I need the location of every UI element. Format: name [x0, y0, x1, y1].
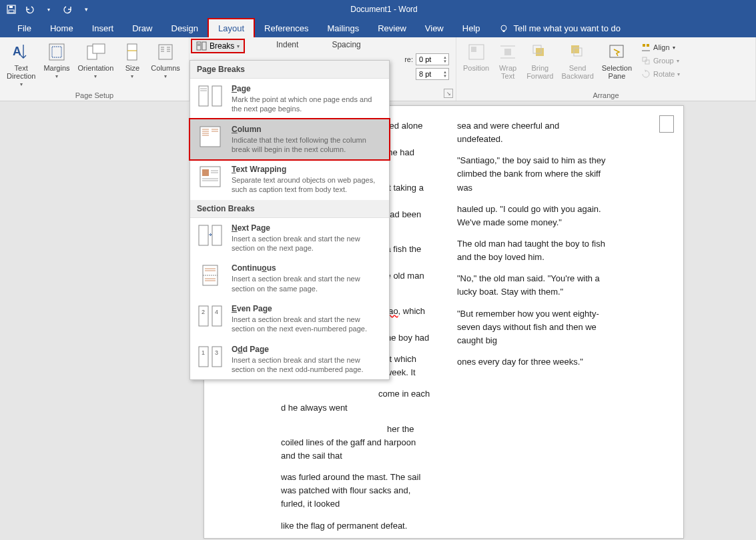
svg-rect-2: [9, 6, 13, 8]
spacing-before-label: re:: [404, 55, 413, 63]
document-title: Document1 - Word: [92, 5, 676, 14]
even-page-break-icon: 24: [197, 304, 224, 328]
rotate-icon: [641, 69, 651, 79]
text-wrapping-break-title: Text Wrapping: [232, 165, 382, 174]
svg-point-3: [501, 25, 506, 31]
column-break-icon: [197, 125, 224, 149]
break-column-item[interactable]: Column Indicate that the text following …: [189, 118, 390, 161]
spinner-arrows-icon[interactable]: ▲▼: [443, 70, 447, 78]
tab-layout[interactable]: Layout: [208, 18, 255, 37]
tab-help[interactable]: Help: [453, 19, 490, 37]
spacing-label: Spacing: [332, 40, 360, 49]
text-direction-button[interactable]: A Text Direction ▾: [5, 40, 37, 89]
spacing-before-input[interactable]: 0 pt▲▼: [416, 53, 449, 65]
page-corner-mark: [659, 115, 674, 133]
ribbon-tabs: File Home Insert Draw Design Layout Refe…: [0, 19, 756, 37]
chevron-down-icon: ▾: [131, 73, 133, 79]
even-page-break-title: Even Page: [232, 304, 382, 313]
group-arrange: Position Wrap Text Bring Forward Send Ba…: [456, 37, 756, 101]
tab-insert[interactable]: Insert: [83, 19, 123, 37]
continuous-break-icon: [197, 263, 224, 287]
breaks-dropdown: Page Breaks Page Mark the point at which…: [190, 60, 390, 380]
break-text-wrapping-item[interactable]: Text Wrapping Separate text around objec…: [190, 159, 389, 200]
group-page-setup: A Text Direction ▾ Margins ▾ Orientation…: [0, 37, 190, 101]
align-button[interactable]: Align ▾: [639, 41, 683, 53]
svg-rect-23: [471, 47, 476, 52]
qat-customize-icon[interactable]: ▾: [80, 3, 92, 15]
undo-icon[interactable]: [24, 3, 36, 15]
tell-me-search[interactable]: Tell me what you want to do: [490, 19, 630, 37]
svg-rect-10: [127, 44, 137, 60]
page-break-icon: [197, 84, 224, 108]
svg-text:1: 1: [202, 349, 205, 356]
break-page-item[interactable]: Page Mark the point at which one page en…: [190, 79, 389, 119]
next-page-break-title: Next Page: [232, 223, 382, 233]
svg-rect-55: [212, 225, 222, 245]
undo-dropdown-icon[interactable]: ▾: [43, 3, 55, 15]
tab-home[interactable]: Home: [41, 19, 83, 37]
tab-file[interactable]: File: [8, 19, 41, 37]
continuous-break-title: Continuous: [232, 263, 382, 273]
spacing-after-input[interactable]: 8 pt▲▼: [416, 68, 449, 80]
svg-rect-49: [202, 169, 209, 176]
svg-rect-33: [647, 44, 649, 47]
svg-rect-31: [610, 45, 623, 57]
svg-rect-54: [199, 225, 208, 245]
svg-rect-24: [504, 49, 511, 55]
chevron-down-icon: ▾: [94, 73, 97, 79]
group-button: Group ▾: [639, 55, 683, 67]
chevron-down-icon: ▾: [164, 73, 167, 79]
tab-review[interactable]: Review: [368, 19, 416, 37]
title-bar: ▾ ▾ Document1 - Word: [0, 0, 756, 19]
spinner-arrows-icon[interactable]: ▲▼: [443, 55, 447, 63]
break-even-page-item[interactable]: 24 Even Page Insert a section break and …: [190, 299, 389, 339]
bring-forward-button: Bring Forward: [525, 40, 554, 81]
tab-draw[interactable]: Draw: [123, 19, 161, 37]
selection-pane-button[interactable]: Selection Pane: [601, 40, 633, 81]
group-label-arrange: Arrange: [462, 90, 750, 99]
svg-rect-32: [643, 44, 645, 47]
svg-rect-1: [9, 10, 14, 13]
orientation-button[interactable]: Orientation ▾: [77, 40, 115, 81]
size-button[interactable]: Size ▾: [120, 40, 144, 81]
redo-icon[interactable]: [61, 3, 73, 15]
lightbulb-icon: [499, 24, 508, 33]
tab-design[interactable]: Design: [162, 19, 208, 37]
send-backward-button: Send Backward: [560, 40, 595, 81]
group-icon: [641, 56, 651, 65]
text-wrapping-break-icon: [197, 165, 224, 189]
columns-button[interactable]: Columns ▾: [149, 40, 181, 81]
column-right: sea and were cheerful and undefeated. "S…: [457, 119, 607, 540]
chevron-down-icon: ▾: [55, 73, 58, 79]
odd-page-break-title: Odd Page: [232, 345, 382, 354]
svg-rect-36: [645, 60, 649, 64]
position-button: Position: [462, 40, 490, 73]
svg-text:A: A: [13, 45, 21, 58]
odd-page-break-icon: 13: [197, 345, 224, 369]
save-icon[interactable]: [5, 3, 17, 15]
svg-rect-29: [571, 45, 579, 53]
section-breaks-header: Section Breaks: [190, 200, 389, 218]
tab-mailings[interactable]: Mailings: [318, 19, 369, 37]
svg-rect-4: [502, 31, 504, 32]
chevron-down-icon: ▾: [20, 81, 23, 87]
wrap-text-button: Wrap Text: [496, 40, 520, 81]
margins-button[interactable]: Margins ▾: [42, 40, 71, 81]
svg-text:2: 2: [202, 309, 205, 315]
break-odd-page-item[interactable]: 13 Odd Page Insert a section break and s…: [190, 339, 389, 380]
svg-rect-38: [212, 86, 222, 106]
svg-rect-11: [159, 45, 172, 59]
break-continuous-item[interactable]: Continuous Insert a section break and st…: [190, 258, 389, 299]
break-next-page-item[interactable]: Next Page Insert a section break and sta…: [190, 218, 389, 259]
svg-rect-7: [52, 47, 61, 57]
svg-text:4: 4: [215, 309, 218, 315]
align-icon: [641, 43, 651, 52]
column-break-title: Column: [232, 125, 382, 134]
next-page-break-icon: [197, 223, 224, 247]
svg-rect-27: [536, 48, 544, 56]
quick-access-toolbar: ▾ ▾: [0, 3, 92, 15]
tab-view[interactable]: View: [416, 19, 453, 37]
tab-references[interactable]: References: [255, 19, 318, 37]
paragraph-dialog-launcher[interactable]: ↘: [444, 89, 453, 98]
page-break-title: Page: [232, 84, 382, 93]
